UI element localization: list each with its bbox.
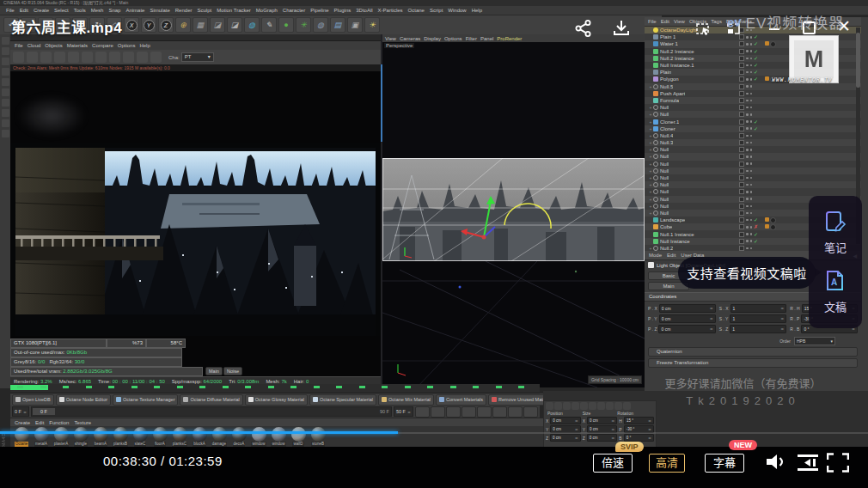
- render-visibility-dot[interactable]: [750, 240, 753, 242]
- c4d-menu-item[interactable]: Sculpt: [194, 8, 214, 13]
- enable-checkbox[interactable]: [739, 133, 744, 138]
- size-field[interactable]: 0 cm◂▸: [587, 417, 617, 424]
- live-viewer-icon[interactable]: [123, 52, 134, 63]
- octane-button[interactable]: Octane Node Editor: [56, 394, 111, 406]
- coordinate-toolbar-icon[interactable]: [606, 402, 614, 410]
- c4d-menu-item[interactable]: X-Particles: [376, 8, 406, 13]
- render-visibility-dot[interactable]: [750, 149, 753, 151]
- object-manager-menu-item[interactable]: File: [648, 19, 657, 24]
- scale-field[interactable]: 1◂▸: [730, 314, 786, 323]
- position-field[interactable]: 0 cm◂▸: [659, 304, 716, 313]
- editor-visibility-dot[interactable]: [746, 58, 749, 60]
- timeline-marker[interactable]: 0 F: [33, 408, 55, 415]
- transport-button[interactable]: [431, 406, 445, 418]
- object-manager-menu-item[interactable]: Edit: [661, 19, 669, 24]
- enable-checkbox[interactable]: [739, 246, 744, 251]
- viewport-menu-item-prorender[interactable]: ProRender: [497, 36, 522, 41]
- position-field[interactable]: 0 cm◂▸: [658, 325, 715, 333]
- editor-visibility-dot[interactable]: [746, 85, 749, 88]
- editor-visibility-dot[interactable]: [746, 64, 749, 67]
- live-viewer-menu-item[interactable]: Help: [139, 43, 150, 48]
- render-visibility-dot[interactable]: [750, 85, 753, 88]
- editor-visibility-dot[interactable]: [746, 240, 749, 242]
- left-strip-icon[interactable]: [2, 109, 9, 117]
- coordinate-toolbar-icon[interactable]: [589, 402, 596, 410]
- texture-tag-icon[interactable]: [770, 224, 776, 230]
- enable-checkbox[interactable]: [739, 49, 744, 54]
- c4d-menu-item[interactable]: Octane: [406, 8, 427, 13]
- octane-button[interactable]: Octane Mix Material: [378, 394, 434, 406]
- toolbar-icon[interactable]: ◪: [210, 17, 225, 33]
- editor-visibility-dot[interactable]: [746, 219, 749, 222]
- render-visibility-dot[interactable]: [750, 177, 753, 180]
- enable-checkbox[interactable]: [739, 41, 744, 46]
- object-row[interactable]: Push Apart: [645, 90, 861, 97]
- live-viewer-icon[interactable]: [109, 52, 120, 63]
- render-visibility-dot[interactable]: [750, 93, 753, 95]
- render-visibility-dot[interactable]: [750, 71, 753, 74]
- render-visibility-dot[interactable]: [750, 64, 753, 67]
- live-viewer-icon[interactable]: [150, 52, 162, 63]
- c4d-menu-item[interactable]: Render: [173, 8, 195, 13]
- render-visibility-dot[interactable]: [750, 107, 753, 109]
- enable-checkbox[interactable]: [739, 239, 744, 244]
- editor-visibility-dot[interactable]: [746, 135, 749, 137]
- object-row[interactable]: Cloner.1 ✓: [645, 118, 861, 125]
- enable-checkbox[interactable]: [739, 224, 744, 229]
- material-tag-icon[interactable]: [765, 41, 769, 46]
- toolbar-icon[interactable]: ●: [278, 17, 294, 33]
- octane-button[interactable]: Octane Texture Manager: [113, 394, 178, 406]
- render-visibility-dot[interactable]: [750, 120, 753, 123]
- render-visibility-dot[interactable]: [750, 113, 753, 116]
- octane-button[interactable]: Octane Diffuse Material: [180, 394, 242, 406]
- c4d-menu-item[interactable]: MoGraph: [254, 8, 280, 13]
- enable-checkbox[interactable]: [739, 140, 744, 145]
- editor-visibility-dot[interactable]: [746, 149, 749, 151]
- screen-capture-icon[interactable]: [696, 21, 711, 35]
- octane-button[interactable]: Convert Materials: [436, 394, 486, 406]
- c4d-menu-item[interactable]: Create: [31, 8, 52, 13]
- c4d-menu-item[interactable]: File: [3, 8, 17, 13]
- live-viewer-icon[interactable]: [13, 52, 24, 63]
- transport-button[interactable]: [492, 406, 507, 418]
- render-visibility-dot[interactable]: [750, 36, 753, 39]
- left-strip-icon[interactable]: [2, 99, 9, 107]
- editor-visibility-dot[interactable]: [746, 127, 749, 130]
- enable-checkbox[interactable]: [739, 197, 744, 202]
- enable-checkbox[interactable]: [739, 98, 744, 103]
- toolbar-icon[interactable]: ☀: [364, 17, 380, 33]
- enable-checkbox[interactable]: [739, 84, 744, 89]
- object-row[interactable]: Null: [645, 111, 861, 118]
- editor-visibility-dot[interactable]: [746, 205, 749, 208]
- timeline-current-field[interactable]: 50 F◂▸: [394, 406, 413, 417]
- object-row[interactable]: Null.3: [645, 139, 861, 146]
- enable-checkbox[interactable]: [739, 70, 744, 75]
- editor-visibility-dot[interactable]: [746, 247, 749, 250]
- enable-checkbox[interactable]: [739, 182, 744, 187]
- left-strip-icon[interactable]: [2, 47, 9, 55]
- render-visibility-dot[interactable]: [750, 198, 753, 200]
- playlist-icon[interactable]: [798, 454, 820, 471]
- c4d-menu-item[interactable]: Character: [280, 8, 308, 13]
- transport-button[interactable]: [415, 406, 430, 418]
- c4d-menu-item[interactable]: Help: [469, 8, 485, 13]
- c4d-menu-item[interactable]: Snap: [106, 8, 123, 13]
- toolbar-icon[interactable]: ▣: [347, 17, 363, 33]
- toolbar-icon[interactable]: Z: [158, 17, 174, 33]
- left-strip-icon[interactable]: [2, 119, 9, 127]
- live-viewer-menu-item[interactable]: Cloud: [28, 43, 41, 48]
- c4d-menu-item[interactable]: Script: [427, 8, 445, 13]
- render-visibility-dot[interactable]: [750, 127, 753, 130]
- c4d-menu-item[interactable]: Window: [445, 8, 468, 13]
- transport-button[interactable]: [446, 406, 461, 418]
- editor-visibility-dot[interactable]: [746, 226, 749, 229]
- editor-visibility-dot[interactable]: [746, 156, 749, 158]
- render-visibility-dot[interactable]: [750, 135, 753, 137]
- enable-checkbox[interactable]: [739, 162, 744, 167]
- object-row[interactable]: Null: [645, 104, 861, 111]
- material-menu-item[interactable]: Texture: [74, 420, 91, 425]
- object-row[interactable]: Null: [645, 168, 861, 174]
- left-strip-icon[interactable]: [2, 78, 9, 86]
- pos-field[interactable]: 0 cm◂▸: [550, 434, 581, 442]
- c4d-menu-item[interactable]: Select: [52, 8, 71, 13]
